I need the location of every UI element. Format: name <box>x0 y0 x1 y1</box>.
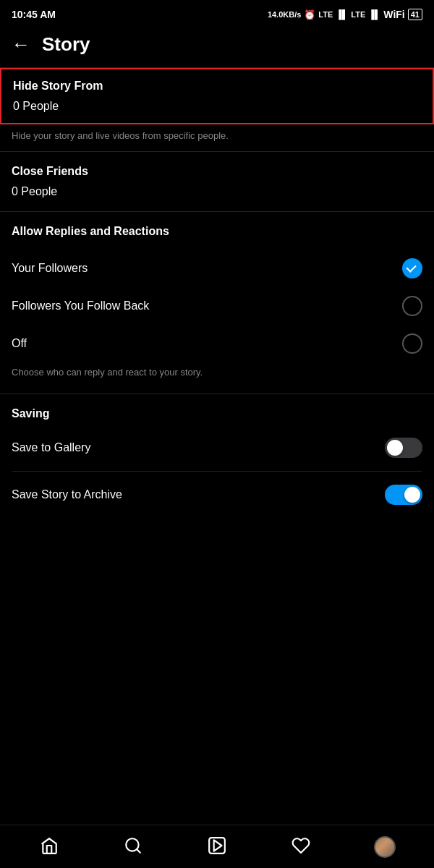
radio-circle-off[interactable] <box>402 333 422 354</box>
radio-label-followers: Your Followers <box>12 262 88 275</box>
nav-search[interactable] <box>115 829 151 865</box>
save-story-archive-label: Save Story to Archive <box>12 488 122 501</box>
status-bar: 10:45 AM 14.0KB/s ⏰ LTE ▐▌ LTE ▐▌ WiFi 4… <box>0 0 434 26</box>
page-header: ← Story <box>0 26 434 67</box>
hide-story-section[interactable]: Hide Story From 0 People <box>0 68 434 124</box>
radio-label-followback: Followers You Follow Back <box>12 299 149 312</box>
close-friends-title: Close Friends <box>12 165 422 178</box>
nav-heart[interactable] <box>283 829 319 865</box>
lte-icon-2: LTE <box>351 10 365 19</box>
radio-label-off: Off <box>12 337 27 350</box>
signal-bars-1: ▐▌ <box>336 9 348 20</box>
bottom-nav <box>0 825 434 868</box>
save-to-gallery-knob <box>387 440 403 456</box>
nav-home[interactable] <box>31 829 67 865</box>
svg-line-1 <box>137 849 140 853</box>
clock-icon: ⏰ <box>304 9 315 20</box>
hide-story-title: Hide Story From <box>13 80 421 93</box>
battery-icon: 41 <box>408 9 422 20</box>
save-story-archive-row: Save Story to Archive <box>12 472 422 518</box>
radio-row-off[interactable]: Off <box>12 325 422 362</box>
status-icons: 14.0KB/s ⏰ LTE ▐▌ LTE ▐▌ WiFi 41 <box>268 9 422 20</box>
svg-rect-2 <box>209 838 225 854</box>
page-title: Story <box>42 33 90 56</box>
reels-icon <box>208 836 226 858</box>
allow-replies-title: Allow Replies and Reactions <box>12 225 422 238</box>
save-to-gallery-label: Save to Gallery <box>12 441 90 454</box>
nav-reels[interactable] <box>199 829 235 865</box>
wifi-icon: WiFi <box>383 9 404 20</box>
avatar <box>374 836 396 858</box>
radio-row-followers[interactable]: Your Followers <box>12 250 422 287</box>
back-button[interactable]: ← <box>12 33 30 56</box>
signal-bars-2: ▐▌ <box>368 9 380 20</box>
network-speed: 14.0KB/s <box>268 10 301 19</box>
save-story-archive-knob <box>404 487 420 503</box>
replies-hint: Choose who can reply and react to your s… <box>12 362 422 389</box>
hide-story-count: 0 People <box>13 100 421 113</box>
lte-icon-1: LTE <box>318 10 333 19</box>
saving-section: Saving Save to Gallery Save Story to Arc… <box>0 394 434 522</box>
save-story-archive-toggle[interactable] <box>385 485 422 505</box>
status-time: 10:45 AM <box>12 9 56 20</box>
save-to-gallery-row: Save to Gallery <box>12 425 422 471</box>
radio-circle-followers[interactable] <box>402 258 422 278</box>
radio-circle-followback[interactable] <box>402 296 422 316</box>
allow-replies-section: Allow Replies and Reactions Your Followe… <box>0 212 434 393</box>
radio-row-followback[interactable]: Followers You Follow Back <box>12 287 422 325</box>
nav-profile[interactable] <box>367 829 403 865</box>
close-friends-count: 0 People <box>12 185 422 198</box>
heart-icon <box>292 836 310 858</box>
close-friends-section[interactable]: Close Friends 0 People <box>0 152 434 211</box>
home-icon <box>40 836 59 858</box>
search-icon <box>124 836 142 858</box>
hide-story-hint: Hide your story and live videos from spe… <box>0 124 434 151</box>
saving-title: Saving <box>12 407 422 420</box>
save-to-gallery-toggle[interactable] <box>385 438 422 458</box>
